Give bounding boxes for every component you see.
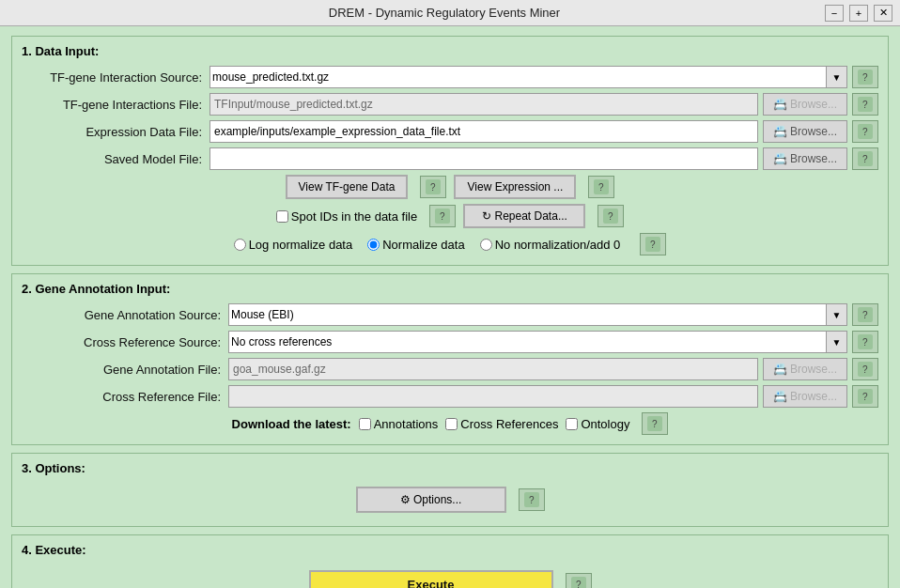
view-expression-button[interactable]: View Expression ... [454, 175, 576, 199]
close-button[interactable]: ✕ [874, 5, 892, 22]
help-icon: ? [858, 97, 873, 112]
ontology-text: Ontology [581, 417, 629, 431]
window-title: DREM - Dynamic Regulatory Events Miner [64, 6, 825, 20]
tf-file-browse-button[interactable]: 📇 Browse... [763, 93, 847, 116]
annotation-source-help-button[interactable]: ? [852, 303, 878, 326]
options-help-button[interactable]: ? [519, 488, 545, 511]
norm-log-text: Log normalize data [249, 238, 353, 252]
saved-model-label: Saved Model File: [22, 152, 209, 166]
annotations-checkbox-label[interactable]: Annotations [359, 417, 439, 431]
cross-ref-cb-text: Cross References [460, 417, 558, 431]
norm-normalize-label[interactable]: Normalize data [367, 238, 464, 252]
spot-ids-checkbox-label[interactable]: Spot IDs in the data file [276, 209, 417, 224]
cross-ref-source-arrow[interactable]: ▼ [827, 331, 847, 353]
repeat-icon: ↻ [482, 209, 491, 223]
annotations-checkbox[interactable] [359, 418, 371, 430]
cross-ref-file-row: Cross Reference File: 📇 Browse... ? [22, 385, 878, 408]
cross-ref-file-browse-button[interactable]: 📇 Browse... [763, 385, 847, 408]
cross-ref-source-select[interactable]: No cross references UniProt RefSeq [228, 331, 827, 353]
section1-title: 1. Data Input: [22, 44, 878, 58]
view-tf-gene-button[interactable]: View TF-gene Data [286, 175, 409, 199]
repeat-data-button[interactable]: ↻Repeat Data... [463, 204, 585, 228]
saved-model-input[interactable] [209, 147, 758, 170]
svg-text:?: ? [650, 240, 656, 250]
tf-file-row: TF-gene Interactions File: 📇 Browse... ? [22, 93, 878, 116]
annotation-file-input[interactable] [228, 358, 758, 380]
svg-text:?: ? [430, 182, 436, 193]
norm-log-label[interactable]: Log normalize data [234, 238, 353, 252]
section4-title: 4. Execute: [22, 543, 878, 557]
tf-source-help-button[interactable]: ? [852, 66, 878, 88]
svg-text:?: ? [608, 211, 613, 222]
svg-text:?: ? [529, 495, 535, 505]
svg-text:?: ? [862, 72, 868, 83]
help-icon: ? [647, 416, 662, 431]
expr-file-browse-button[interactable]: 📇 Browse... [763, 120, 847, 143]
cross-ref-source-label: Cross Reference Source: [22, 335, 228, 349]
annotation-file-browse-button[interactable]: 📇 Browse... [763, 358, 847, 380]
download-help-button[interactable]: ? [642, 412, 668, 435]
annotation-source-arrow[interactable]: ▼ [827, 303, 847, 326]
saved-model-help-button[interactable]: ? [852, 147, 878, 170]
expr-file-help-button[interactable]: ? [852, 120, 878, 143]
annotation-file-help-button[interactable]: ? [852, 358, 878, 380]
tf-file-input[interactable] [209, 93, 758, 116]
execute-help-button[interactable]: ? [566, 573, 592, 588]
cross-ref-checkbox[interactable] [445, 418, 458, 430]
tf-source-label: TF-gene Interaction Source: [22, 70, 209, 85]
download-row: Download the latest: Annotations Cross R… [22, 412, 878, 435]
spot-ids-help-button[interactable]: ? [429, 205, 456, 227]
expr-file-label: Expression Data File: [22, 125, 209, 139]
view-expr-help-button[interactable]: ? [588, 176, 614, 198]
svg-text:?: ? [862, 364, 868, 375]
view-buttons-row: View TF-gene Data ? View Expression ... … [22, 175, 878, 199]
svg-text:?: ? [862, 310, 868, 320]
options-button[interactable]: ⚙ Options... [356, 487, 506, 513]
repeat-data-help-button[interactable]: ? [597, 205, 624, 227]
help-icon: ? [426, 179, 441, 194]
spot-ids-text: Spot IDs in the data file [291, 209, 417, 224]
annotation-source-label: Gene Annotation Source: [22, 308, 228, 322]
expr-file-row: Expression Data File: 📇 Browse... ? [22, 120, 878, 143]
cross-ref-source-help-button[interactable]: ? [852, 331, 878, 353]
cross-ref-source-dropdown-wrap: No cross references UniProt RefSeq ▼ [228, 331, 847, 353]
normalization-row: Log normalize data Normalize data No nor… [22, 233, 878, 255]
saved-model-browse-button[interactable]: 📇 Browse... [763, 147, 847, 170]
options-row: ⚙ Options... ? [22, 483, 878, 517]
help-icon: ? [603, 209, 618, 224]
norm-log-radio[interactable] [234, 239, 246, 251]
annotation-source-select[interactable]: Mouse (EBI) Human (EBI) Rat (EBI) [228, 303, 827, 326]
tf-source-row: TF-gene Interaction Source: mouse_predic… [22, 66, 878, 88]
cross-ref-file-input[interactable] [228, 385, 758, 408]
svg-text:?: ? [862, 154, 868, 164]
tf-file-help-button[interactable]: ? [852, 93, 878, 116]
section-data-input: 1. Data Input: TF-gene Interaction Sourc… [11, 36, 889, 266]
norm-help-button[interactable]: ? [640, 233, 666, 255]
cross-ref-checkbox-label[interactable]: Cross References [445, 417, 558, 431]
cross-ref-source-row: Cross Reference Source: No cross referen… [22, 331, 878, 353]
norm-none-label[interactable]: No normalization/add 0 [480, 238, 621, 252]
execute-button[interactable]: Execute [309, 570, 553, 588]
ontology-checkbox[interactable] [566, 418, 578, 430]
help-icon: ? [858, 362, 873, 377]
view-tf-help-button[interactable]: ? [420, 176, 446, 198]
expr-file-input[interactable] [209, 120, 758, 143]
tf-source-select[interactable]: mouse_predicted.txt.gz human_predicted.t… [209, 66, 827, 88]
spot-ids-checkbox[interactable] [276, 210, 288, 223]
help-icon: ? [858, 151, 873, 166]
annotation-file-label: Gene Annotation File: [22, 363, 228, 377]
annotations-text: Annotations [374, 417, 439, 431]
svg-text:?: ? [440, 211, 445, 222]
help-icon: ? [594, 179, 609, 194]
download-label: Download the latest: [232, 417, 351, 431]
ontology-checkbox-label[interactable]: Ontology [566, 417, 629, 431]
norm-normalize-radio[interactable] [367, 239, 380, 251]
cross-ref-file-help-button[interactable]: ? [852, 385, 878, 408]
svg-text:?: ? [862, 392, 868, 402]
tf-source-dropdown-wrap: mouse_predicted.txt.gz human_predicted.t… [209, 66, 847, 88]
norm-none-radio[interactable] [480, 239, 492, 251]
tf-source-arrow[interactable]: ▼ [827, 66, 847, 88]
spot-ids-row: Spot IDs in the data file ? ↻Repeat Data… [22, 204, 878, 228]
maximize-button[interactable]: + [849, 5, 868, 22]
minimize-button[interactable]: − [825, 5, 844, 22]
